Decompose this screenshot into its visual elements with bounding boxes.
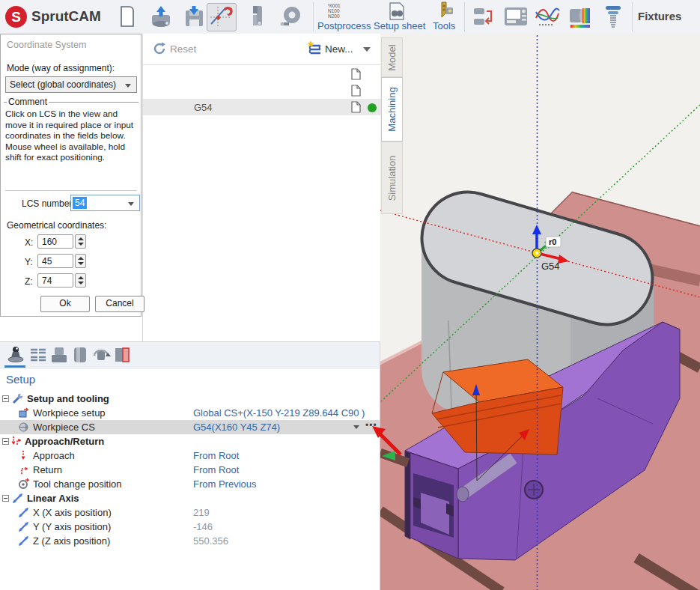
cs-value-dropdown-arrow[interactable]: [353, 425, 359, 429]
cs-list-row[interactable]: [143, 66, 381, 82]
new-cs-dropdown-arrow[interactable]: [363, 47, 371, 52]
tree-row-approach[interactable]: Approach From Root: [0, 448, 380, 463]
machine-head-icon: [6, 345, 25, 365]
cs-list-row-g54[interactable]: G54: [143, 99, 381, 115]
setup-sheet-label[interactable]: Setup sheet: [374, 20, 425, 31]
snap-mode-button[interactable]: [207, 3, 237, 31]
collapse-box-icon[interactable]: [2, 438, 9, 445]
materials-button[interactable]: [567, 4, 591, 28]
restrict-zone-button[interactable]: [112, 345, 132, 365]
ok-button[interactable]: Ok: [40, 296, 90, 312]
z-coordinate-field[interactable]: [37, 273, 73, 288]
approach-return-icon: [10, 436, 22, 447]
z-coordinate-stepper[interactable]: [75, 273, 86, 288]
tree-row-z-axis[interactable]: Z (Z axis position) 550.356: [0, 534, 380, 548]
document-icon: [351, 85, 361, 97]
x-coordinate-field[interactable]: [37, 234, 73, 249]
list-pairs-icon: [28, 345, 48, 365]
toolbar-separator: [464, 2, 465, 31]
workpiece-cs-icon: [18, 422, 29, 433]
mode-label: Mode (way of assignment):: [7, 63, 115, 73]
tab-simulation[interactable]: Simulation: [381, 142, 403, 214]
tree-row-approach-return[interactable]: Approach/Return: [0, 434, 380, 448]
graphs-button[interactable]: [535, 4, 559, 28]
workpiece-setup-icon: [18, 407, 29, 419]
y-axis-icon: [18, 521, 29, 532]
wrench-icon: [12, 393, 23, 404]
cancel-button[interactable]: Cancel: [95, 296, 144, 312]
machine-setup-tab-button[interactable]: [6, 345, 25, 365]
machine-panel-button[interactable]: [503, 4, 527, 28]
rotation-label: r0: [549, 237, 556, 246]
stepped-part-icon: [49, 345, 69, 365]
rotary-axis-button[interactable]: [91, 345, 111, 365]
linear-axis-icon: [12, 493, 23, 504]
new-cs-label[interactable]: New...: [325, 43, 353, 55]
billet-button[interactable]: [70, 345, 90, 365]
green-axis-arrowhead: [382, 451, 395, 460]
control-panel-icon: [503, 4, 529, 28]
sprutcam-logo-icon: S: [5, 6, 27, 28]
tools-label[interactable]: Tools: [433, 20, 455, 31]
postprocess-label[interactable]: Postprocess: [317, 20, 371, 31]
open-project-button[interactable]: [149, 4, 173, 28]
new-document-icon: [115, 4, 139, 28]
approach-icon: [18, 450, 29, 461]
nc-code-icon: %001 N100 N200: [328, 3, 341, 19]
mode-select[interactable]: Select (global coordinates): [5, 76, 137, 93]
setup-sheet-button[interactable]: [386, 2, 408, 20]
workpiece-button[interactable]: [49, 345, 69, 365]
reset-button[interactable]: [152, 41, 167, 56]
open-disk-icon: [149, 4, 173, 28]
geometrical-coordinates-label: Geometrical coordinates:: [7, 220, 106, 231]
rotary-icon: [91, 345, 111, 365]
comment-text: Click on LCS in the view and move it in …: [5, 109, 134, 163]
screw-clamp-icon: [603, 4, 623, 30]
toolbar-separator: [313, 2, 314, 31]
cylinder-part-icon: [70, 345, 90, 365]
x-coordinate-stepper[interactable]: [75, 234, 86, 249]
save-disk-icon: [182, 4, 206, 28]
collapse-box-icon[interactable]: [2, 395, 9, 402]
tape-measure-button[interactable]: [279, 4, 302, 28]
tree-row-x-axis[interactable]: X (X axis position) 219: [0, 505, 380, 520]
tree-row-workpiece-cs[interactable]: Workpiece CS G54(X160 Y45 Z74) •••: [0, 420, 380, 434]
tree-row-return[interactable]: Return From Root: [0, 463, 380, 477]
fixtures-label[interactable]: Fixtures: [638, 10, 681, 22]
lcs-number-combo[interactable]: 54: [70, 195, 140, 211]
setup-panel: Setup Setup and tooling Workpiece setup …: [0, 341, 380, 590]
tab-model[interactable]: Model: [381, 37, 403, 77]
fixtures-screw-button[interactable]: [603, 4, 627, 28]
tree-row-tool-change[interactable]: Tool change position From Previous: [0, 477, 380, 491]
y-coordinate-field[interactable]: [37, 254, 73, 268]
dialog-divider: [5, 190, 137, 191]
postprocess-button[interactable]: %001 N100 N200: [328, 3, 341, 19]
new-cs-icon: [306, 40, 324, 59]
save-project-button[interactable]: [182, 4, 206, 28]
viewport-3d[interactable]: r0 G54: [380, 34, 700, 590]
operations-list-button[interactable]: [28, 345, 48, 365]
setup-panel-title: Setup: [6, 373, 35, 386]
tool-change-icon: [18, 478, 29, 490]
y-coordinate-stepper[interactable]: [75, 254, 86, 268]
cs-list-row[interactable]: [143, 82, 381, 99]
active-tab-underline: [4, 365, 25, 368]
caliper-icon: [247, 4, 271, 28]
setup-sheet-icon: [386, 2, 408, 20]
machine-scheme-button[interactable]: [472, 4, 496, 28]
lcs-number-label: LCS number:: [22, 198, 75, 209]
tree-row-linear-axis[interactable]: Linear Axis: [0, 491, 380, 505]
toolbar-separator: [632, 2, 633, 31]
collapse-box-icon[interactable]: [2, 495, 9, 502]
tree-row-y-axis[interactable]: Y (Y axis position) -146: [0, 520, 380, 534]
tools-button[interactable]: [436, 1, 455, 20]
caliper-measure-button[interactable]: [247, 4, 271, 28]
tree-row-workpiece-setup[interactable]: Workpiece setup Global CS+(X-150 Y-219 Z…: [0, 406, 380, 420]
new-project-button[interactable]: [115, 4, 139, 28]
tree-row-setup-and-tooling[interactable]: Setup and tooling: [0, 392, 380, 406]
tab-machining[interactable]: Machining: [381, 77, 403, 142]
document-icon: [351, 101, 361, 113]
new-cs-button[interactable]: [306, 40, 324, 59]
reset-label[interactable]: Reset: [170, 43, 196, 55]
machine-scene: r0 G54: [380, 34, 700, 590]
